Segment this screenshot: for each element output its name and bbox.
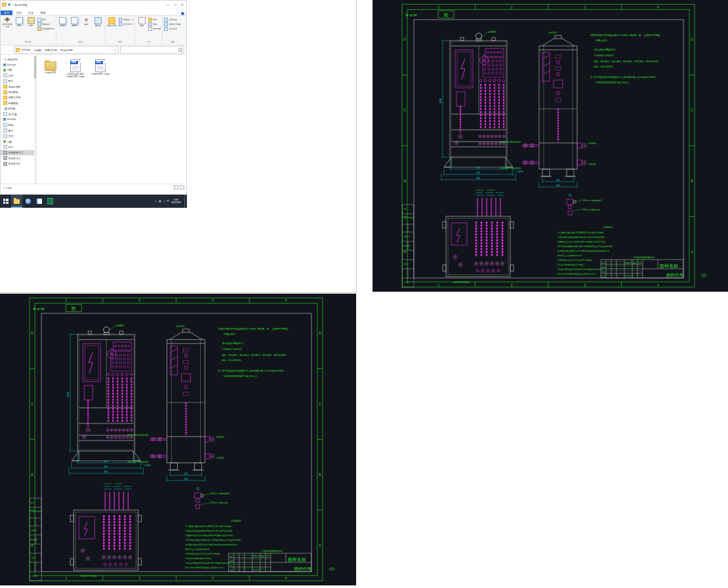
refresh-icon[interactable]: ↻ (115, 49, 117, 52)
sidebar-quick-access[interactable]: ›★快速访问 (1, 56, 36, 62)
svg-text:A11、B11;A12、B12;A13、B13;A15、B1: A11、B11;A12、B12;A13、B13;A15、B15;A16、B16:… (222, 354, 287, 357)
videos-icon (3, 123, 7, 127)
address-dropdown-icon[interactable]: ⌄ (111, 49, 113, 52)
detail-label: J5 (197, 487, 199, 490)
sidebar-item-pc-downloads[interactable]: 下载 (1, 139, 36, 144)
bottom-ports-label: T-Ø42X3 P-Ø34X4 (453, 281, 470, 284)
pin-to-quick-access-button[interactable]: 固定到快速访问 (2, 16, 12, 40)
file-item-dwg2[interactable]: DWG sj11042 g34 高盐 海储机调泵 2.dwg (66, 59, 85, 78)
network-icon[interactable]: ▣ (159, 200, 161, 203)
crumb-3[interactable]: 海运机调泵 (60, 49, 73, 52)
sidebar-item-videos[interactable]: 视频 (1, 123, 36, 128)
crumb-2[interactable]: 新建文件夹 (45, 49, 57, 52)
sidebar-item-folder1[interactable]: 海运机调泵 (1, 84, 36, 89)
sidebar-item-local-disk-c[interactable]: 本地磁盘 (C:) (1, 150, 36, 155)
taskbar-spreadsheet-button[interactable] (45, 195, 56, 208)
sidebar-item-pc-desktop[interactable]: Desktop (1, 117, 36, 122)
back-button[interactable]: ← (3, 49, 6, 52)
thumbnail-view-icon[interactable] (180, 186, 184, 189)
select-none-button[interactable]: 全部取消选择 (164, 22, 181, 26)
svg-text:配管后注入少量防锈油封存。: 配管后注入少量防锈油封存。 (557, 254, 584, 257)
tray-expand-icon[interactable]: ∧ (155, 200, 157, 203)
bottom-ports-label: T-Ø42X3 P-Ø34X4 (80, 575, 97, 578)
file-list: 海运机调泵 DWG sj11042 g34 高盐 海储机调泵 2.dwg DWG… (37, 55, 186, 184)
sidebar-item-pc-documents[interactable]: 文档 (1, 133, 36, 138)
edit-button[interactable]: 编辑 (148, 22, 161, 26)
sidebar-item-volume-e[interactable]: 新加卷 (E:) (1, 161, 36, 166)
svg-text:此图中阀块为平钢板按图示尺寸制作, 阀块槽、表、上采用水平紧: 此图中阀块为平钢板按图示尺寸制作, 阀块槽、表、上采用水平紧装, (590, 33, 660, 37)
crumb-desktop[interactable]: Desktop (21, 49, 30, 51)
cut-button[interactable]: 剪切 (37, 18, 54, 22)
sidebar-item-folder3[interactable]: 新建文件夹 (1, 95, 36, 100)
show-desktop-button[interactable] (184, 195, 186, 208)
file-item-dwg1[interactable]: DWG 海储机调泵 1.dwg (91, 59, 110, 75)
documents-icon (3, 73, 7, 77)
svg-text:8.出厂前需作整机试验,验收合格后方可出厂。: 8.出厂前需作整机试验,验收合格后方可出厂。 (557, 273, 598, 275)
breadcrumb[interactable]: Desktop› 大画图› 新建文件夹› 海运机调泵 ⌄ ↻ (14, 46, 119, 54)
close-button[interactable]: ✕ (181, 3, 184, 7)
sidebar-item-pictures[interactable]: 图片 (1, 79, 36, 84)
svg-text:签 字: 签 字 (31, 557, 37, 559)
sidebar-item-documents[interactable]: 文档 (1, 73, 36, 78)
sidebar-item-downloads[interactable]: 下载 (1, 68, 36, 73)
sidebar-this-pc[interactable]: ›此电脑 (1, 106, 36, 111)
history-button[interactable]: 历史记录 (148, 27, 161, 31)
copy-button[interactable]: 复制 (14, 16, 24, 40)
quick-access-toolbar-icon[interactable] (8, 3, 10, 6)
crumb-1[interactable]: 大画图 (33, 49, 41, 52)
sidebar-item-volume-d[interactable]: 新加卷 (D:) (1, 155, 36, 161)
svg-text:待箱体固定后安装于油缸1m以上。: 待箱体固定后安装于油缸1m以上。 (596, 81, 632, 84)
select-none-icon (164, 22, 168, 26)
sidebar-item-music[interactable]: 音乐 (1, 144, 36, 149)
list-view-icon[interactable] (174, 186, 178, 189)
search-input[interactable] (120, 46, 184, 54)
tab-share[interactable]: 共享 (25, 10, 37, 15)
open-button[interactable]: 打开 (148, 18, 161, 22)
ribbon-collapse-icon[interactable]: ⌃ (177, 12, 179, 15)
copy-path-button[interactable]: 复制路径 (37, 22, 54, 26)
sidebar-item-pc-pictures[interactable]: 图片 (1, 128, 36, 133)
paste-button[interactable]: 粘贴 (26, 16, 36, 40)
properties-button[interactable]: 属性 (136, 16, 147, 40)
rename-button[interactable]: 重命名 (93, 16, 104, 40)
sidebar-item-3d-objects[interactable]: 3D 对象 (1, 111, 36, 117)
tab-view[interactable]: 查看 (37, 10, 49, 15)
taskbar-clock[interactable]: 8:39 2021/3/29 (171, 199, 181, 205)
new-folder-button[interactable]: 新建文件夹 (107, 16, 117, 40)
svg-text:附记: 附记 (403, 208, 407, 210)
help-icon[interactable]: ? (181, 12, 184, 15)
file-item-folder[interactable]: 海运机调泵 (41, 59, 60, 74)
volume-icon[interactable]: ◁ (163, 200, 165, 203)
taskbar-document-button[interactable] (33, 195, 45, 208)
invert-selection-button[interactable]: 反向选择 (164, 27, 181, 31)
delete-button[interactable]: ✕ 删除 (81, 16, 92, 40)
svg-text:重量: 重量 (633, 262, 637, 264)
explorer-icon (14, 199, 20, 204)
select-all-button[interactable]: 全部选择 (164, 18, 181, 22)
ime-indicator[interactable]: 英 (167, 200, 169, 203)
tab-file[interactable]: 文件 (1, 10, 12, 15)
taskbar-explorer-button[interactable] (11, 195, 22, 208)
up-button[interactable]: ↑ (11, 49, 12, 52)
move-to-button[interactable]: 移动到 (58, 16, 68, 40)
copy-to-button[interactable]: 复制到 (70, 16, 80, 40)
forward-button[interactable]: → (7, 49, 10, 52)
svg-text:780: 780 (476, 177, 480, 180)
start-button[interactable] (0, 195, 11, 208)
svg-text:780: 780 (104, 471, 108, 473)
sidebar-item-folder4[interactable]: 机械图纸 (1, 100, 36, 106)
drawing-code: 图样代号 (666, 273, 684, 277)
minimize-button[interactable]: — (167, 3, 170, 7)
sidebar-scrollbar[interactable] (34, 55, 36, 184)
tab-home[interactable]: 主页 (12, 10, 24, 15)
maximize-button[interactable]: □ (174, 3, 176, 7)
qat-dropdown-icon[interactable]: ▾ (12, 3, 13, 6)
paste-shortcut-button[interactable]: 粘贴快捷方式 (37, 27, 54, 31)
svg-text:5.阀件动作应灵活可靠,不得有卡滞现象。: 5.阀件动作应灵活可靠,不得有卡滞现象。 (186, 553, 222, 555)
sidebar-item-folder2[interactable]: 阀块图纸 (1, 89, 36, 94)
easy-access-button[interactable]: 轻松访问 ▾ (119, 22, 133, 26)
taskbar-browser-button[interactable] (22, 195, 33, 208)
new-item-button[interactable]: 新建项目 ▾ (119, 18, 133, 22)
sidebar-item-desktop[interactable]: Desktop (1, 62, 36, 67)
drawing-name: 图样名称 (288, 557, 306, 562)
